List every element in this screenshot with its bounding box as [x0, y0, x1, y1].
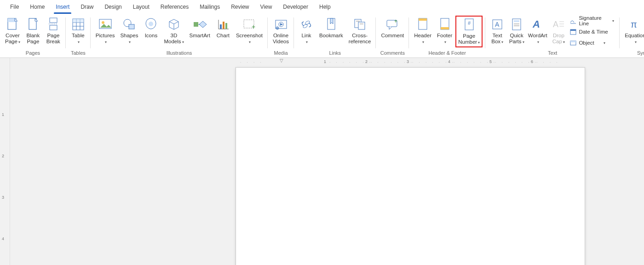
hruler-tick: 4: [448, 59, 450, 64]
svg-rect-11: [73, 19, 84, 23]
group-header-footer-label: Header & Footer: [412, 50, 483, 57]
chevron-down-icon: ▾: [563, 40, 565, 44]
smartart-button[interactable]: SmartArt: [187, 16, 213, 40]
tab-layout[interactable]: Layout: [127, 1, 155, 13]
pictures-label: Pictures▾: [96, 33, 115, 45]
tab-design[interactable]: Design: [99, 1, 127, 13]
signature-line-label: Signature Line: [579, 15, 607, 26]
icons-label: Icons: [145, 33, 158, 39]
chevron-down-icon: ▾: [444, 40, 446, 44]
blank-page-button[interactable]: BlankPage: [23, 16, 43, 46]
tab-insert[interactable]: Insert: [50, 1, 75, 13]
page-number-button[interactable]: # PageNumber▾: [455, 16, 483, 47]
cover-page-button[interactable]: CoverPage▾: [3, 16, 23, 46]
comment-icon: +: [385, 17, 400, 32]
svg-rect-61: [570, 41, 576, 42]
margin-marker-icon[interactable]: ▽: [280, 58, 283, 63]
svg-rect-23: [225, 23, 227, 29]
chevron-down-icon: ▾: [105, 40, 107, 44]
ribbon: CoverPage▾ BlankPage PageBreak Pages: [0, 14, 644, 58]
tab-file[interactable]: File: [5, 1, 24, 13]
tab-references[interactable]: References: [155, 1, 194, 13]
vruler-tick: 4: [2, 236, 4, 241]
text-small-stack: Signature Line ▾ Date & Time Object ▾: [569, 16, 617, 48]
online-videos-label: OnlineVideos: [273, 33, 289, 45]
svg-text:#: #: [468, 20, 471, 26]
chevron-down-icon: ▾: [129, 40, 131, 44]
chevron-down-icon: ▾: [18, 40, 20, 44]
tab-home[interactable]: Home: [24, 1, 50, 13]
wordart-icon: A: [530, 17, 545, 32]
svg-point-16: [149, 22, 153, 26]
shapes-icon: [122, 17, 137, 32]
link-button[interactable]: Link▾: [297, 16, 316, 46]
pictures-button[interactable]: Pictures▾: [93, 16, 117, 46]
online-videos-button[interactable]: OnlineVideos: [270, 16, 291, 46]
smartart-icon: [192, 17, 207, 32]
cross-reference-label: Cross-reference: [349, 33, 371, 45]
footer-button[interactable]: Footer▾: [435, 16, 454, 46]
comment-button[interactable]: + Comment: [379, 16, 406, 40]
screenshot-button[interactable]: + Screenshot▾: [234, 16, 265, 46]
text-box-button[interactable]: A TextBox▾: [488, 16, 506, 46]
text-box-label: TextBox▾: [491, 33, 503, 45]
header-button[interactable]: Header▾: [412, 16, 434, 46]
page-break-icon: [46, 17, 61, 32]
cross-reference-icon: [352, 17, 367, 32]
vruler-tick: 2: [2, 154, 4, 158]
group-pages: CoverPage▾ BlankPage PageBreak Pages: [0, 14, 66, 58]
svg-text:A: A: [495, 21, 500, 28]
tab-help[interactable]: Help: [314, 1, 336, 13]
cube-icon: [167, 17, 181, 32]
table-button[interactable]: Table▾: [69, 16, 88, 46]
svg-text:A: A: [532, 18, 540, 30]
signature-line-button[interactable]: Signature Line ▾: [569, 16, 617, 26]
page-number-label: PageNumber▾: [458, 33, 480, 46]
group-header-footer: Header▾ Footer▾ # PageNumber▾ Header & F…: [409, 14, 485, 58]
chevron-down-icon: ▾: [478, 40, 480, 45]
svg-text:π: π: [631, 19, 637, 29]
pictures-icon: [98, 17, 113, 32]
signature-icon: [569, 17, 577, 24]
header-label: Header▾: [414, 33, 431, 45]
group-tables: Table▾ Tables: [66, 14, 91, 58]
page-break-button[interactable]: PageBreak: [44, 16, 63, 46]
svg-rect-15: [129, 24, 134, 29]
group-media-label: Media: [270, 50, 291, 57]
quick-parts-button[interactable]: QuickParts▾: [507, 16, 526, 46]
svg-rect-3: [50, 18, 57, 23]
tab-draw[interactable]: Draw: [75, 1, 99, 13]
object-button[interactable]: Object ▾: [569, 38, 617, 48]
tab-review[interactable]: Review: [225, 1, 254, 13]
chart-button[interactable]: Chart: [213, 16, 233, 40]
tab-developer[interactable]: Developer: [277, 1, 314, 13]
shapes-button[interactable]: Shapes▾: [118, 16, 140, 46]
table-icon: [71, 17, 86, 32]
group-symbols-label: Symbols: [622, 50, 644, 57]
screenshot-label: Screenshot▾: [236, 33, 263, 45]
tab-view[interactable]: View: [255, 1, 278, 13]
date-time-button[interactable]: Date & Time: [569, 27, 617, 37]
tab-mailings[interactable]: Mailings: [194, 1, 225, 13]
wordart-button[interactable]: A WordArt▾: [527, 16, 548, 46]
svg-rect-4: [50, 25, 57, 30]
models3d-button[interactable]: 3DModels▾: [161, 16, 186, 46]
equation-button[interactable]: π Equation▾: [622, 16, 644, 46]
svg-rect-22: [223, 22, 224, 29]
cross-reference-button[interactable]: Cross-reference: [346, 16, 374, 46]
drop-cap-label: DropCap▾: [552, 33, 565, 45]
icons-button[interactable]: Icons: [141, 16, 161, 40]
drop-cap-button[interactable]: A DropCap▾: [549, 16, 568, 46]
drop-cap-icon: A: [551, 17, 566, 32]
chevron-down-icon: ▾: [635, 40, 637, 44]
svg-point-13: [102, 21, 104, 24]
bookmark-button[interactable]: Bookmark: [317, 16, 345, 40]
document-page[interactable]: [236, 67, 585, 265]
group-links-label: Links: [297, 50, 373, 57]
page-area[interactable]: ▽ · · · · 1 · · · · · · · 2 · · · · · · …: [10, 58, 644, 265]
video-icon: [274, 17, 288, 32]
group-symbols: π Equation▾ Ω Symbol▾ Symbols: [620, 14, 644, 58]
quick-parts-label: QuickParts▾: [509, 33, 524, 45]
chevron-down-icon: ▾: [604, 41, 605, 45]
screenshot-icon: +: [242, 17, 257, 32]
